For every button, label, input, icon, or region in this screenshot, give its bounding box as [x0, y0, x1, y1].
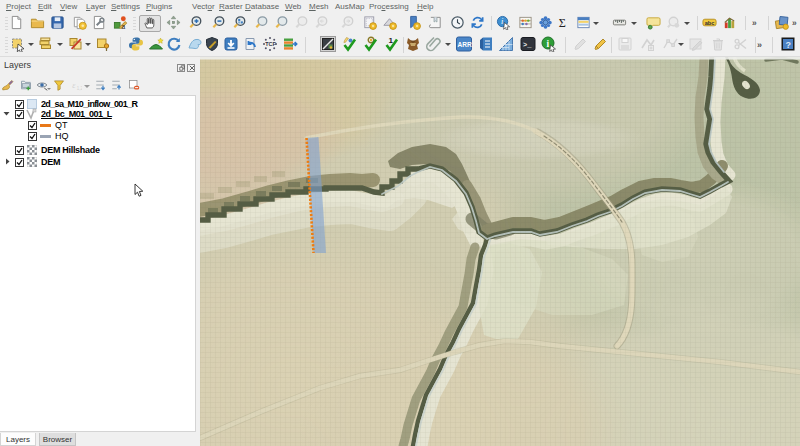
svg-text:a: a — [121, 23, 125, 30]
svg-text:Σ: Σ — [559, 16, 566, 30]
svg-text:ARR: ARR — [458, 41, 472, 48]
svg-text:abc: abc — [705, 20, 715, 26]
svg-text:»: » — [792, 18, 797, 28]
svg-text:?: ? — [786, 40, 792, 50]
svg-text:i: i — [547, 39, 550, 49]
svg-text:»: » — [757, 40, 762, 50]
svg-text:TCF: TCF — [265, 41, 276, 47]
svg-text:ε: ε — [72, 81, 76, 90]
svg-text:1,2: 1,2 — [77, 86, 82, 91]
svg-text:»: » — [752, 18, 757, 28]
svg-text:>_: >_ — [523, 41, 532, 49]
